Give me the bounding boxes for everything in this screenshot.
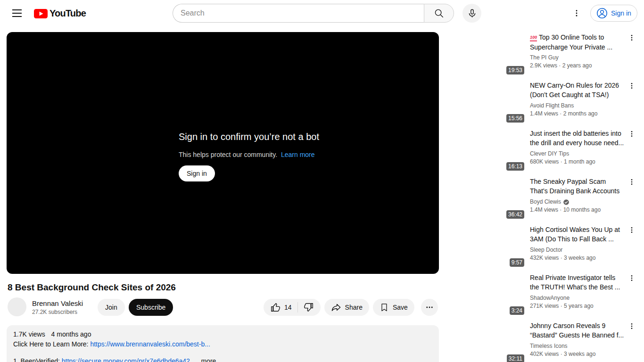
kebab-icon xyxy=(628,274,636,282)
bookmark-icon xyxy=(380,303,389,312)
upload-date: 4 months ago xyxy=(51,330,91,338)
show-more-label[interactable]: more xyxy=(201,357,216,362)
youtube-logo[interactable]: YouTube xyxy=(34,8,86,19)
hamburger-menu-icon[interactable] xyxy=(8,4,26,23)
share-arrow-icon xyxy=(331,302,341,313)
kebab-icon xyxy=(628,130,636,138)
video-actions: 14 Share Save xyxy=(264,299,438,316)
channel-info[interactable]: Brennan Valeski 27.2K subscribers xyxy=(32,298,83,316)
duration-badge: 15:56 xyxy=(506,114,524,123)
related-video-meta: 1.4M views · 10 months ago xyxy=(530,206,624,214)
related-channel-name: Timeless Icons xyxy=(530,342,624,350)
bot-check-overlay: Sign in to confirm you’re not a bot This… xyxy=(179,131,319,181)
duration-badge: 19:53 xyxy=(506,66,524,74)
overlay-sign-in-button[interactable]: Sign in xyxy=(179,165,215,181)
related-kebab-menu[interactable] xyxy=(626,80,637,91)
related-video-title: Just insert the old batteries into the d… xyxy=(530,129,624,148)
description-line-2: 1. BeenVerified: https://secure.money.co… xyxy=(13,356,432,362)
related-video-item[interactable]: 32:11 Johnny Carson Reveals 9 “Bastard” … xyxy=(447,321,640,362)
video-player[interactable]: Sign in to confirm you’re not a bot This… xyxy=(7,32,439,274)
video-thumbnail[interactable]: 15:56 xyxy=(447,80,526,124)
description-line-1: Click Here to Learn More: https://www.br… xyxy=(13,339,432,349)
header-sign-in-button[interactable]: Sign in xyxy=(590,5,637,22)
related-video-meta: 1.4M views · 2 months ago xyxy=(530,110,624,118)
related-channel-name: ShadowAnyone xyxy=(530,294,624,302)
kebab-icon xyxy=(628,178,636,186)
search-area xyxy=(173,4,454,23)
verified-badge-icon xyxy=(563,199,570,206)
related-kebab-menu[interactable] xyxy=(626,272,637,284)
description-link-2[interactable]: https://secure.money.com/pr/x7e6dbde6a42… xyxy=(62,357,196,362)
related-channel-name: Sleep Doctor xyxy=(530,246,624,254)
related-channel-name: Clever DIY Tips xyxy=(530,150,624,158)
video-thumbnail[interactable]: 19:53 xyxy=(447,32,526,76)
duration-badge: 32:11 xyxy=(507,354,524,362)
related-kebab-menu[interactable] xyxy=(626,224,637,236)
duration-badge: 16:13 xyxy=(506,162,524,171)
channel-name[interactable]: Brennan Valeski xyxy=(32,298,83,308)
like-button[interactable]: 14 xyxy=(264,299,297,316)
related-video-item[interactable]: 19:53 Top 30 Online Tools to Supercharge… xyxy=(447,32,640,76)
top-bar: YouTube Sign in xyxy=(0,0,644,26)
kebab-icon xyxy=(628,82,636,90)
subscriber-count: 27.2K subscribers xyxy=(32,308,83,316)
share-button[interactable]: Share xyxy=(324,299,369,316)
search-icon xyxy=(434,8,444,18)
youtube-play-icon xyxy=(34,9,48,18)
video-thumbnail[interactable]: 16:13 xyxy=(447,128,526,173)
related-video-meta: 680K views · 1 month ago xyxy=(530,158,624,166)
like-count: 14 xyxy=(284,304,292,311)
learn-more-link[interactable]: Learn more xyxy=(281,151,315,158)
description-box[interactable]: 1.7K views 4 months ago Click Here to Le… xyxy=(7,325,439,362)
voice-search-button[interactable] xyxy=(462,4,481,23)
subscribe-button[interactable]: Subscribe xyxy=(129,299,173,316)
like-dislike-pill: 14 xyxy=(264,299,321,316)
sign-in-label: Sign in xyxy=(611,9,631,17)
save-button[interactable]: Save xyxy=(373,299,414,316)
related-video-title: The Sneaky Paypal Scam That's Draining B… xyxy=(530,177,624,196)
thumbs-up-icon xyxy=(270,302,281,313)
related-video-meta: 2.9K views · 2 years ago xyxy=(530,62,624,70)
related-video-title: Real Private Investigator tells the TRUT… xyxy=(530,273,624,292)
thumbs-down-icon xyxy=(304,302,314,313)
related-video-item[interactable]: 15:56 NEW Carry-On Rules for 2026 (Don't… xyxy=(447,80,640,124)
related-kebab-menu[interactable] xyxy=(626,32,637,43)
duration-badge: 3:24 xyxy=(510,306,524,315)
video-title: 8 Best Background Check Sites of 2026 xyxy=(8,281,432,294)
related-video-item[interactable]: 9:57 High Cortisol Wakes You Up at 3AM (… xyxy=(447,224,640,269)
settings-kebab-menu[interactable] xyxy=(571,8,582,19)
related-kebab-menu[interactable] xyxy=(626,128,637,140)
description-link-1[interactable]: https://www.brennanvaleski.com/best-b... xyxy=(90,340,210,348)
dislike-button[interactable] xyxy=(298,299,321,316)
related-video-item[interactable]: 36:42 The Sneaky Paypal Scam That's Drai… xyxy=(447,176,640,221)
hundred-points-emoji xyxy=(530,35,537,41)
description-meta: 1.7K views 4 months ago xyxy=(13,329,432,339)
related-video-title: Top 30 Online Tools to Supercharge Your … xyxy=(530,33,624,51)
search-button[interactable] xyxy=(424,4,454,23)
view-count: 1.7K views xyxy=(13,330,45,338)
video-thumbnail[interactable]: 32:11 xyxy=(447,321,526,362)
video-thumbnail[interactable]: 36:42 xyxy=(447,176,526,221)
person-circle-icon xyxy=(596,8,608,19)
related-video-title: NEW Carry-On Rules for 2026 (Don't Get C… xyxy=(530,81,624,99)
related-video-item[interactable]: 3:24 Real Private Investigator tells the… xyxy=(447,272,640,317)
microphone-icon xyxy=(467,8,477,18)
related-video-meta: 271K views · 5 years ago xyxy=(530,302,624,310)
video-thumbnail[interactable]: 3:24 xyxy=(447,272,526,317)
related-video-item[interactable]: 16:13 Just insert the old batteries into… xyxy=(447,128,640,173)
duration-badge: 9:57 xyxy=(510,258,524,267)
ellipsis-icon xyxy=(425,303,434,312)
related-kebab-menu[interactable] xyxy=(626,176,637,188)
kebab-icon xyxy=(628,34,636,41)
related-video-title: High Cortisol Wakes You Up at 3AM (Do Th… xyxy=(530,225,624,244)
video-thumbnail[interactable]: 9:57 xyxy=(447,224,526,269)
save-label: Save xyxy=(393,304,408,311)
channel-avatar[interactable] xyxy=(8,297,26,316)
youtube-wordmark: YouTube xyxy=(50,8,86,19)
more-actions-button[interactable] xyxy=(421,299,438,316)
join-button[interactable]: Join xyxy=(98,299,125,316)
overlay-body-text: This helps protect our community. xyxy=(179,151,277,158)
kebab-icon xyxy=(628,322,636,330)
related-kebab-menu[interactable] xyxy=(626,321,637,332)
search-input[interactable] xyxy=(173,4,424,23)
